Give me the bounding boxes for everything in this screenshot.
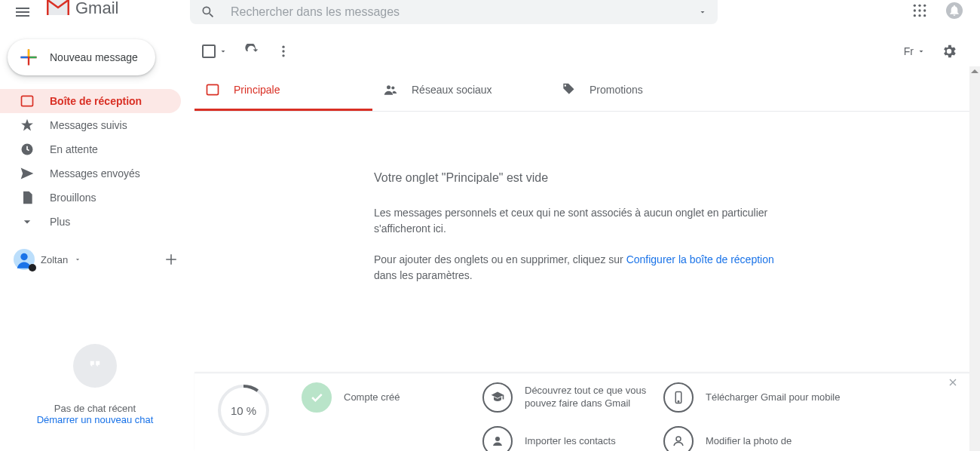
search-options-icon[interactable]	[698, 8, 707, 17]
compose-label: Nouveau message	[50, 51, 138, 63]
tab-social[interactable]: Réseaux sociaux	[372, 71, 550, 111]
nav-sent-label: Messages envoyés	[50, 167, 140, 179]
onboard-account-created[interactable]: Compte créé	[302, 382, 479, 413]
svg-point-16	[282, 54, 284, 57]
onboard-learn-gmail[interactable]: Découvrez tout ce que vous pouvez faire …	[482, 382, 660, 413]
contacts-icon	[482, 426, 513, 451]
select-all-checkbox[interactable]	[202, 44, 228, 58]
hangouts-icon	[73, 344, 117, 388]
svg-point-6	[914, 14, 916, 17]
tab-primary[interactable]: Principale	[194, 71, 372, 111]
new-chat-icon[interactable]	[164, 253, 178, 266]
more-icon[interactable]	[276, 44, 291, 59]
hangouts-username: Zoltan	[41, 254, 68, 265]
tab-promotions-label: Promotions	[590, 84, 643, 96]
apps-icon[interactable]	[912, 3, 927, 18]
main-menu-icon[interactable]	[14, 3, 32, 21]
start-new-chat-link[interactable]: Démarrer un nouveau chat	[37, 414, 154, 425]
svg-point-24	[495, 437, 500, 441]
settings-gear-icon[interactable]	[941, 43, 957, 60]
svg-point-4	[918, 9, 920, 11]
svg-point-13	[20, 253, 27, 260]
input-language-button[interactable]: Fr	[904, 45, 926, 57]
nav-snoozed[interactable]: En attente	[0, 137, 181, 161]
svg-point-19	[391, 86, 394, 89]
svg-point-18	[387, 85, 390, 89]
photo-icon	[663, 426, 694, 451]
search-input[interactable]	[229, 5, 698, 20]
graduation-icon	[482, 382, 513, 413]
svg-rect-10	[22, 96, 33, 106]
gmail-logo[interactable]: Gmail	[47, 0, 118, 18]
svg-point-14	[282, 46, 284, 48]
presence-dot	[29, 264, 36, 272]
configure-inbox-link[interactable]: Configurer la boîte de réception	[626, 253, 774, 265]
empty-title: Votre onglet "Principale" est vide	[374, 169, 781, 187]
nav-inbox[interactable]: Boîte de réception	[0, 89, 181, 113]
nav-sent[interactable]: Messages envoyés	[0, 161, 181, 186]
plus-icon	[18, 47, 39, 68]
onboard-import-contacts[interactable]: Importer les contacts	[482, 426, 660, 451]
refresh-icon[interactable]	[244, 44, 259, 59]
svg-point-7	[918, 14, 920, 17]
nav-starred[interactable]: Messages suivis	[0, 113, 181, 137]
language-label: Fr	[904, 45, 914, 57]
onboarding-panel: 10 % Compte créé Découvrez tout ce que v…	[194, 373, 969, 451]
chevron-down-icon	[917, 47, 926, 56]
nav-inbox-label: Boîte de réception	[50, 95, 142, 107]
svg-point-23	[678, 401, 679, 403]
nav-starred-label: Messages suivis	[50, 119, 127, 131]
notifications-icon[interactable]	[945, 2, 963, 20]
phone-icon	[663, 382, 694, 413]
search-bar[interactable]	[190, 0, 718, 24]
nav-snoozed-label: En attente	[50, 143, 98, 155]
svg-point-25	[676, 437, 681, 441]
svg-point-0	[914, 5, 916, 7]
close-icon[interactable]	[947, 376, 959, 388]
search-icon	[201, 5, 216, 20]
brand-text: Gmail	[75, 0, 118, 18]
hangouts-avatar[interactable]	[14, 249, 35, 270]
chevron-down-icon	[219, 47, 228, 56]
svg-point-8	[923, 14, 926, 17]
nav-more[interactable]: Plus	[0, 210, 181, 234]
setup-percent: 10 %	[216, 382, 271, 438]
svg-point-15	[282, 50, 284, 52]
nav-more-label: Plus	[50, 216, 70, 228]
check-icon	[302, 382, 332, 413]
svg-point-5	[923, 9, 926, 11]
compose-button[interactable]: Nouveau message	[8, 39, 155, 75]
empty-line1: Les messages personnels et ceux qui ne s…	[374, 205, 781, 237]
scroll-up-icon[interactable]	[971, 69, 978, 73]
setup-progress: 10 %	[216, 382, 271, 438]
chevron-down-icon[interactable]	[74, 256, 81, 263]
svg-rect-17	[207, 84, 219, 94]
svg-point-3	[914, 9, 916, 11]
tab-social-label: Réseaux sociaux	[412, 84, 492, 96]
tab-promotions[interactable]: Promotions	[550, 71, 728, 111]
nav-drafts-label: Brouillons	[50, 192, 96, 204]
no-recent-chats: Pas de chat récent	[0, 403, 190, 414]
scrollbar[interactable]	[969, 66, 980, 451]
empty-line2: Pour ajouter des onglets ou en supprimer…	[374, 252, 781, 284]
nav-drafts[interactable]: Brouillons	[0, 186, 181, 210]
onboard-change-photo[interactable]: Modifier la photo de	[663, 426, 841, 451]
onboard-mobile[interactable]: Télécharger Gmail pour mobile	[663, 382, 841, 413]
tab-primary-label: Principale	[234, 84, 280, 96]
svg-point-2	[923, 5, 926, 7]
svg-point-1	[918, 5, 920, 7]
empty-state: Votre onglet "Principale" est vide Les m…	[374, 169, 781, 299]
